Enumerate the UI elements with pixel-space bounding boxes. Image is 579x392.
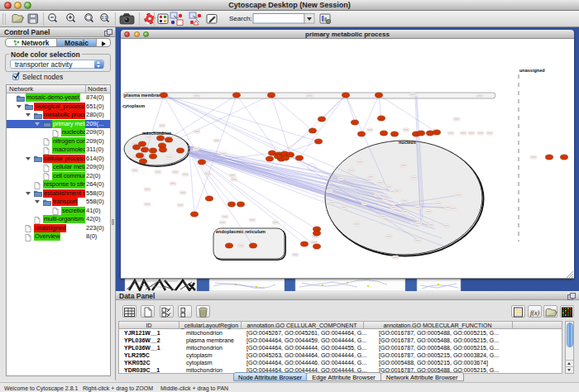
svg-text:cytoplasm: cytoplasm bbox=[122, 103, 145, 108]
svg-text:Search:: Search: bbox=[229, 15, 252, 22]
svg-text:endoplasmic reticulum: endoplasmic reticulum bbox=[216, 229, 266, 234]
svg-text:unassigned: unassigned bbox=[519, 68, 545, 73]
svg-text:f(x): f(x) bbox=[530, 309, 539, 317]
svg-text:1:1: 1:1 bbox=[102, 16, 108, 20]
svg-text:nucleus: nucleus bbox=[399, 140, 416, 145]
svg-text:plasma membrane: plasma membrane bbox=[124, 93, 164, 98]
svg-text:mitochondrion: mitochondrion bbox=[142, 131, 171, 136]
